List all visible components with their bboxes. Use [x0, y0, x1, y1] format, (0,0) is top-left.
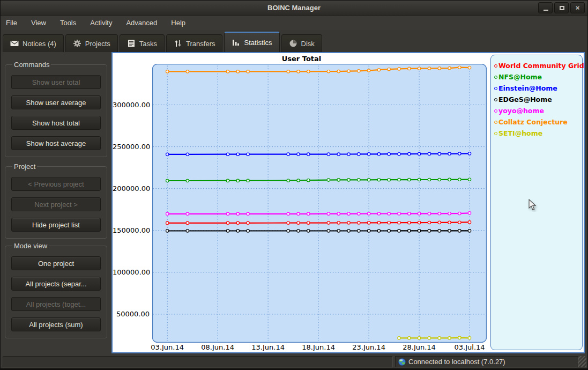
tab-notices[interactable]: Notices (4) — [3, 34, 64, 52]
data-point-einstein-home — [186, 153, 189, 156]
data-point-world-community-grid — [186, 221, 189, 224]
group-title: Commands — [12, 61, 51, 69]
minimize-button[interactable] — [538, 2, 553, 13]
legend-item-seti-home[interactable]: SETI@home — [494, 128, 579, 139]
data-point-collatz-conjecture — [367, 69, 370, 72]
show-host-total-button[interactable]: Show host total — [11, 116, 101, 130]
close-icon: × — [571, 4, 584, 12]
data-point-yoyo-home — [367, 212, 370, 215]
data-point-world-community-grid — [398, 221, 400, 224]
hide-project-list-button[interactable]: Hide project list — [11, 218, 101, 232]
legend-item-einstein-home[interactable]: Einstein@Home — [494, 83, 579, 94]
data-point-edges-home — [337, 230, 340, 232]
show-user-total-button: Show user total — [11, 75, 101, 89]
data-point-collatz-conjecture — [287, 70, 289, 73]
data-point-einstein-home — [428, 152, 430, 155]
menu-tools[interactable]: Tools — [60, 19, 76, 27]
data-point-seti-home — [448, 337, 451, 339]
resize-grip[interactable] — [578, 356, 586, 367]
data-point-edges-home — [367, 230, 370, 232]
data-point-collatz-conjecture — [166, 70, 169, 73]
menu-advanced[interactable]: Advanced — [126, 19, 157, 27]
close-button[interactable]: × — [570, 2, 585, 13]
y-axis-tick-label: 300000.00 — [113, 101, 150, 109]
data-point-edges-home — [297, 230, 300, 232]
one-project-button[interactable]: One project — [11, 256, 101, 270]
tab-transfers[interactable]: Transfers — [166, 34, 222, 52]
data-point-world-community-grid — [327, 221, 330, 224]
legend-label: Collatz Conjecture — [498, 118, 568, 126]
data-point-collatz-conjecture — [448, 66, 451, 69]
user-total-line-chart[interactable] — [152, 64, 487, 343]
legend-label: SETI@home — [498, 129, 542, 137]
x-axis-tick-label: 18.Jun.14 — [294, 343, 343, 351]
legend-item-collatz-conjecture[interactable]: Collatz Conjecture — [494, 116, 579, 128]
data-point-world-community-grid — [458, 221, 461, 224]
legend-item-edges-home[interactable]: EDGeS@Home — [494, 94, 579, 105]
data-point-edges-home — [166, 230, 169, 232]
data-point-edges-home — [458, 230, 461, 232]
data-point-yoyo-home — [186, 212, 189, 215]
tab-label: Projects — [85, 40, 110, 48]
data-point-einstein-home — [358, 153, 360, 156]
data-point-einstein-home — [236, 153, 239, 156]
data-point-einstein-home — [347, 153, 350, 156]
menu-activity[interactable]: Activity — [90, 19, 112, 27]
legend-label: NFS@Home — [498, 73, 542, 81]
group-commands: CommandsShow user totalShow user average… — [5, 61, 107, 157]
data-point-einstein-home — [438, 152, 441, 155]
tab-disk[interactable]: Disk — [281, 34, 322, 52]
group-project: Project< Previous projectNext project >H… — [5, 162, 107, 239]
data-point-einstein-home — [458, 152, 461, 155]
tab-tasks[interactable]: Tasks — [120, 34, 165, 52]
legend-item-world-community-grid[interactable]: World Community Grid — [494, 60, 579, 71]
show-user-average-button[interactable]: Show user average — [11, 95, 101, 109]
all-projects-sum-button[interactable]: All projects (sum) — [11, 317, 101, 331]
maximize-button[interactable] — [554, 2, 569, 13]
x-axis-tick-label: 03.Jul.14 — [445, 343, 494, 351]
data-point-seti-home — [408, 337, 411, 339]
legend-marker-icon — [494, 64, 497, 68]
data-point-nfs-home — [307, 179, 310, 182]
data-point-einstein-home — [297, 153, 300, 156]
show-host-average-button[interactable]: Show host average — [11, 136, 101, 150]
menu-view[interactable]: View — [31, 19, 46, 27]
legend-item-yoyo-home[interactable]: yoyo@home — [494, 105, 579, 116]
legend-marker-icon — [494, 121, 497, 124]
data-point-yoyo-home — [327, 212, 330, 215]
data-point-world-community-grid — [347, 221, 350, 224]
data-point-yoyo-home — [166, 212, 169, 215]
legend-marker-icon — [494, 132, 497, 135]
data-point-seti-home — [428, 337, 430, 339]
data-point-collatz-conjecture — [307, 70, 310, 73]
data-point-einstein-home — [166, 153, 169, 156]
data-point-yoyo-home — [307, 212, 310, 215]
data-point-yoyo-home — [458, 212, 461, 214]
data-point-collatz-conjecture — [358, 70, 360, 72]
tab-projects[interactable]: Projects — [65, 34, 118, 52]
data-point-edges-home — [377, 230, 380, 232]
maximize-icon — [560, 6, 564, 10]
menu-help[interactable]: Help — [171, 19, 185, 27]
tasks-list-icon — [127, 39, 136, 48]
data-point-world-community-grid — [297, 221, 300, 224]
data-point-collatz-conjecture — [408, 67, 411, 70]
tab-statistics[interactable]: Statistics — [224, 32, 279, 52]
data-point-edges-home — [347, 230, 350, 232]
data-point-world-community-grid — [428, 221, 430, 224]
all-projects-toget-button: All projects (toget... — [11, 297, 101, 311]
legend-marker-icon — [494, 98, 497, 101]
data-point-nfs-home — [448, 178, 451, 181]
data-point-nfs-home — [337, 179, 340, 181]
transfers-arrows-icon — [174, 39, 182, 48]
tab-label: Tasks — [139, 40, 157, 48]
data-point-yoyo-home — [428, 212, 430, 215]
legend-item-nfs-home[interactable]: NFS@Home — [494, 71, 579, 83]
menu-file[interactable]: File — [6, 19, 17, 27]
group-mode-view: Mode viewOne projectAll projects (separ.… — [5, 242, 107, 338]
data-point-nfs-home — [358, 179, 360, 181]
all-projects-separ-button[interactable]: All projects (separ... — [11, 277, 101, 291]
data-point-collatz-conjecture — [418, 67, 420, 70]
data-point-einstein-home — [448, 152, 451, 155]
data-point-edges-home — [388, 230, 390, 232]
